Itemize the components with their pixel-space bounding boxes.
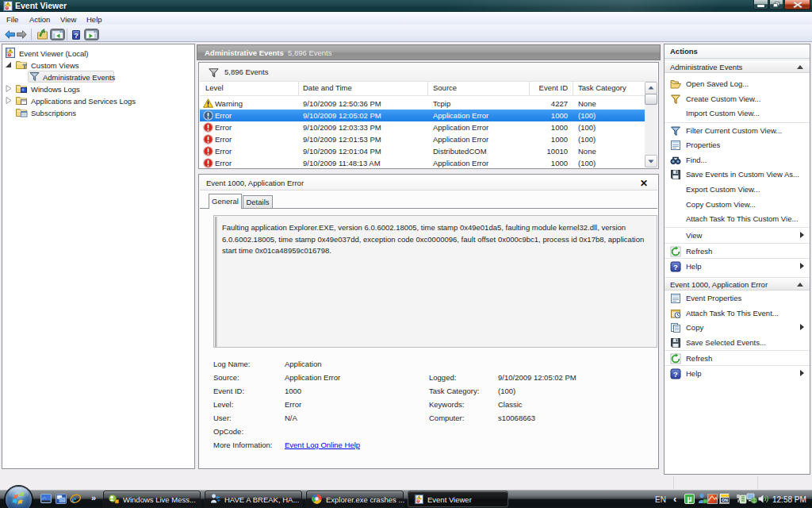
svg-text:e: e <box>71 493 76 505</box>
svg-text:?: ? <box>673 370 678 379</box>
svg-text:?: ? <box>673 263 678 271</box>
